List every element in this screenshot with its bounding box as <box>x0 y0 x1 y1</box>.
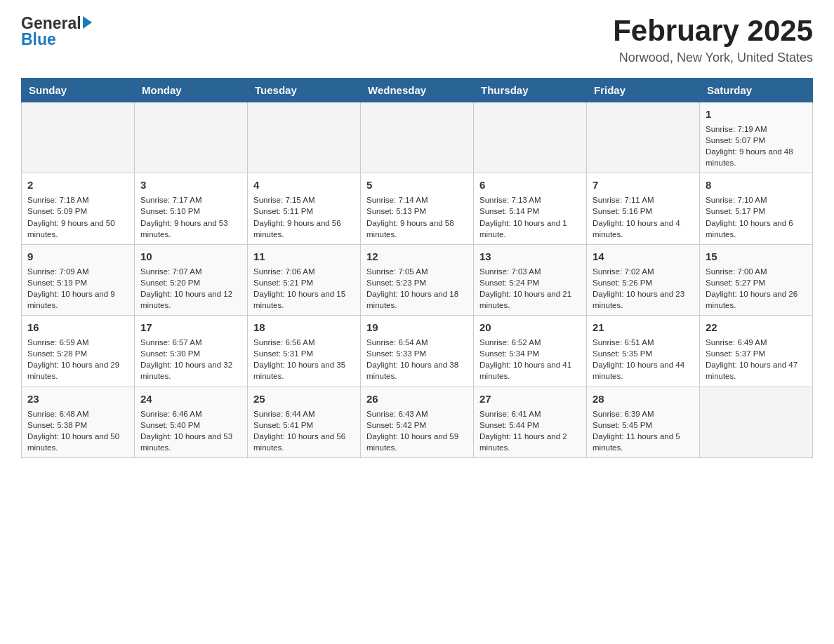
calendar-cell: 19Sunrise: 6:54 AM Sunset: 5:33 PM Dayli… <box>361 316 474 387</box>
day-header-tuesday: Tuesday <box>248 79 361 102</box>
day-info: Sunrise: 7:15 AM Sunset: 5:11 PM Dayligh… <box>253 194 355 239</box>
day-info: Sunrise: 7:00 AM Sunset: 5:27 PM Dayligh… <box>706 266 807 311</box>
day-header-thursday: Thursday <box>474 79 587 102</box>
day-info: Sunrise: 6:48 AM Sunset: 5:38 PM Dayligh… <box>27 408 128 453</box>
day-number: 26 <box>366 391 468 406</box>
calendar-cell: 13Sunrise: 7:03 AM Sunset: 5:24 PM Dayli… <box>474 244 587 315</box>
day-info: Sunrise: 6:51 AM Sunset: 5:35 PM Dayligh… <box>593 337 694 382</box>
day-number: 14 <box>593 249 694 264</box>
day-number: 4 <box>253 177 355 192</box>
day-number: 24 <box>140 391 241 406</box>
day-info: Sunrise: 6:57 AM Sunset: 5:30 PM Dayligh… <box>140 337 241 382</box>
day-info: Sunrise: 6:44 AM Sunset: 5:41 PM Dayligh… <box>253 408 355 453</box>
day-info: Sunrise: 6:59 AM Sunset: 5:28 PM Dayligh… <box>27 337 128 382</box>
calendar-cell: 17Sunrise: 6:57 AM Sunset: 5:30 PM Dayli… <box>135 316 248 387</box>
calendar-cell: 1Sunrise: 7:19 AM Sunset: 5:07 PM Daylig… <box>700 102 813 173</box>
day-info: Sunrise: 6:41 AM Sunset: 5:44 PM Dayligh… <box>479 408 581 453</box>
day-number: 8 <box>706 177 807 192</box>
day-number: 21 <box>593 320 694 335</box>
calendar-cell: 16Sunrise: 6:59 AM Sunset: 5:28 PM Dayli… <box>22 316 135 387</box>
day-info: Sunrise: 7:09 AM Sunset: 5:19 PM Dayligh… <box>27 266 128 311</box>
calendar-cell <box>22 102 135 173</box>
calendar-cell: 26Sunrise: 6:43 AM Sunset: 5:42 PM Dayli… <box>361 387 474 457</box>
calendar-cell: 2Sunrise: 7:18 AM Sunset: 5:09 PM Daylig… <box>22 173 135 244</box>
calendar-week-row: 23Sunrise: 6:48 AM Sunset: 5:38 PM Dayli… <box>22 387 813 457</box>
day-number: 1 <box>706 107 807 121</box>
day-header-friday: Friday <box>587 79 700 102</box>
calendar-cell: 27Sunrise: 6:41 AM Sunset: 5:44 PM Dayli… <box>474 387 587 457</box>
calendar-cell <box>587 102 700 173</box>
calendar-cell: 14Sunrise: 7:02 AM Sunset: 5:26 PM Dayli… <box>587 244 700 315</box>
day-info: Sunrise: 6:43 AM Sunset: 5:42 PM Dayligh… <box>366 408 468 453</box>
day-header-sunday: Sunday <box>22 79 135 102</box>
day-info: Sunrise: 7:03 AM Sunset: 5:24 PM Dayligh… <box>479 266 581 311</box>
calendar-cell <box>248 102 361 173</box>
day-number: 27 <box>479 391 581 406</box>
day-number: 20 <box>479 320 581 335</box>
day-number: 23 <box>27 391 128 406</box>
calendar-week-row: 9Sunrise: 7:09 AM Sunset: 5:19 PM Daylig… <box>22 244 813 315</box>
day-number: 22 <box>706 320 807 335</box>
page-title: February 2025 <box>613 14 813 48</box>
day-info: Sunrise: 7:18 AM Sunset: 5:09 PM Dayligh… <box>27 194 128 239</box>
day-header-wednesday: Wednesday <box>361 79 474 102</box>
calendar-cell: 4Sunrise: 7:15 AM Sunset: 5:11 PM Daylig… <box>248 173 361 244</box>
day-info: Sunrise: 7:11 AM Sunset: 5:16 PM Dayligh… <box>593 194 694 239</box>
day-header-monday: Monday <box>135 79 248 102</box>
day-number: 19 <box>366 320 468 335</box>
day-number: 16 <box>27 320 128 335</box>
day-info: Sunrise: 7:02 AM Sunset: 5:26 PM Dayligh… <box>593 266 694 311</box>
day-number: 11 <box>253 249 355 264</box>
page-header: General Blue February 2025 Norwood, New … <box>21 14 813 65</box>
calendar-cell: 5Sunrise: 7:14 AM Sunset: 5:13 PM Daylig… <box>361 173 474 244</box>
calendar-cell: 12Sunrise: 7:05 AM Sunset: 5:23 PM Dayli… <box>361 244 474 315</box>
day-info: Sunrise: 7:19 AM Sunset: 5:07 PM Dayligh… <box>706 123 807 168</box>
calendar-cell: 7Sunrise: 7:11 AM Sunset: 5:16 PM Daylig… <box>587 173 700 244</box>
calendar-cell: 10Sunrise: 7:07 AM Sunset: 5:20 PM Dayli… <box>135 244 248 315</box>
calendar-week-row: 2Sunrise: 7:18 AM Sunset: 5:09 PM Daylig… <box>22 173 813 244</box>
day-info: Sunrise: 6:39 AM Sunset: 5:45 PM Dayligh… <box>593 408 694 453</box>
day-number: 13 <box>479 249 581 264</box>
day-number: 25 <box>253 391 355 406</box>
calendar-cell: 28Sunrise: 6:39 AM Sunset: 5:45 PM Dayli… <box>587 387 700 457</box>
day-number: 12 <box>366 249 468 264</box>
day-number: 28 <box>593 391 694 406</box>
calendar-cell: 21Sunrise: 6:51 AM Sunset: 5:35 PM Dayli… <box>587 316 700 387</box>
day-number: 2 <box>27 177 128 192</box>
calendar-cell: 6Sunrise: 7:13 AM Sunset: 5:14 PM Daylig… <box>474 173 587 244</box>
day-info: Sunrise: 6:46 AM Sunset: 5:40 PM Dayligh… <box>140 408 241 453</box>
day-number: 10 <box>140 249 241 264</box>
calendar-cell: 25Sunrise: 6:44 AM Sunset: 5:41 PM Dayli… <box>248 387 361 457</box>
day-info: Sunrise: 7:05 AM Sunset: 5:23 PM Dayligh… <box>366 266 468 311</box>
day-number: 5 <box>366 177 468 192</box>
logo: General Blue <box>21 14 92 49</box>
calendar-cell: 3Sunrise: 7:17 AM Sunset: 5:10 PM Daylig… <box>135 173 248 244</box>
calendar-cell: 18Sunrise: 6:56 AM Sunset: 5:31 PM Dayli… <box>248 316 361 387</box>
calendar-week-row: 1Sunrise: 7:19 AM Sunset: 5:07 PM Daylig… <box>22 102 813 173</box>
day-info: Sunrise: 7:10 AM Sunset: 5:17 PM Dayligh… <box>706 194 807 239</box>
day-info: Sunrise: 7:17 AM Sunset: 5:10 PM Dayligh… <box>140 194 241 239</box>
calendar-cell: 8Sunrise: 7:10 AM Sunset: 5:17 PM Daylig… <box>700 173 813 244</box>
day-info: Sunrise: 7:13 AM Sunset: 5:14 PM Dayligh… <box>479 194 581 239</box>
day-number: 9 <box>27 249 128 264</box>
logo-arrow-icon <box>83 16 92 29</box>
calendar-cell: 24Sunrise: 6:46 AM Sunset: 5:40 PM Dayli… <box>135 387 248 457</box>
calendar-cell <box>474 102 587 173</box>
calendar-cell: 11Sunrise: 7:06 AM Sunset: 5:21 PM Dayli… <box>248 244 361 315</box>
day-number: 7 <box>593 177 694 192</box>
calendar-cell: 9Sunrise: 7:09 AM Sunset: 5:19 PM Daylig… <box>22 244 135 315</box>
day-info: Sunrise: 6:54 AM Sunset: 5:33 PM Dayligh… <box>366 337 468 382</box>
logo-blue-text: Blue <box>21 30 56 49</box>
page-subtitle: Norwood, New York, United States <box>613 51 813 65</box>
day-number: 15 <box>706 249 807 264</box>
day-header-saturday: Saturday <box>700 79 813 102</box>
day-info: Sunrise: 6:49 AM Sunset: 5:37 PM Dayligh… <box>706 337 807 382</box>
calendar-table: SundayMondayTuesdayWednesdayThursdayFrid… <box>21 78 813 458</box>
day-number: 3 <box>140 177 241 192</box>
calendar-cell <box>135 102 248 173</box>
calendar-cell: 15Sunrise: 7:00 AM Sunset: 5:27 PM Dayli… <box>700 244 813 315</box>
calendar-cell: 22Sunrise: 6:49 AM Sunset: 5:37 PM Dayli… <box>700 316 813 387</box>
calendar-cell: 20Sunrise: 6:52 AM Sunset: 5:34 PM Dayli… <box>474 316 587 387</box>
day-info: Sunrise: 7:06 AM Sunset: 5:21 PM Dayligh… <box>253 266 355 311</box>
calendar-header-row: SundayMondayTuesdayWednesdayThursdayFrid… <box>22 79 813 102</box>
